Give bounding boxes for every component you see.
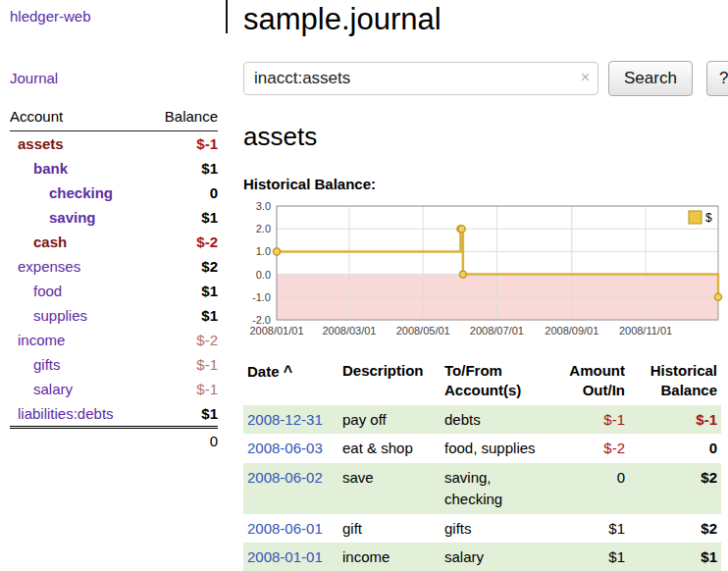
svg-text:-1.0: -1.0 xyxy=(252,291,271,303)
transaction-date-link[interactable]: 2008-06-01 xyxy=(247,520,323,537)
transaction-description: income xyxy=(338,543,441,571)
register-header-date[interactable]: Date ^ xyxy=(243,357,338,405)
transaction-date-link[interactable]: 2008-06-03 xyxy=(247,440,323,456)
register-header-date-label[interactable]: Date xyxy=(247,363,280,380)
transaction-accounts: debts xyxy=(441,405,550,435)
search-bar: × Search ? xyxy=(243,61,728,96)
transaction-description: save xyxy=(338,463,441,514)
transaction-description: eat & shop xyxy=(338,434,441,463)
help-button[interactable]: ? xyxy=(706,61,728,96)
data-point-marker xyxy=(459,271,466,278)
account-link[interactable]: income xyxy=(18,332,65,348)
transaction-accounts: salary xyxy=(441,543,550,571)
account-link[interactable]: cash xyxy=(33,234,67,250)
register-table: Date ^ Description To/From Account(s) Am… xyxy=(243,357,721,571)
data-point-marker xyxy=(458,226,465,233)
transaction-date-cell: 2008-06-02 xyxy=(243,463,338,514)
transaction-row: 2008-06-01giftgifts$1$2 xyxy=(243,514,721,544)
account-name-cell: bank xyxy=(10,156,114,181)
account-balance: $1 xyxy=(114,205,218,230)
transaction-accounts: gifts xyxy=(441,514,550,544)
app-title: hledger-web xyxy=(10,8,228,25)
register-header-balance: Historical Balance xyxy=(629,357,721,405)
account-row: cash$-2 xyxy=(10,230,218,254)
account-link[interactable]: liabilities:debts xyxy=(18,405,114,422)
chart-svg: 3.02.01.00.0-1.0-2.02008/01/012008/03/01… xyxy=(243,198,724,343)
account-name-cell: cash xyxy=(10,230,114,254)
account-row: saving$1 xyxy=(10,205,218,230)
account-name-cell: expenses xyxy=(10,254,114,279)
transaction-row: 2008-06-02savesaving, checking0$2 xyxy=(243,463,721,514)
main-content: sample.journal × Search ? assets Histori… xyxy=(228,0,728,571)
account-link[interactable]: supplies xyxy=(33,307,87,324)
sidebar-item-journal[interactable]: Journal xyxy=(10,70,58,86)
account-balance: $1 xyxy=(114,401,218,428)
account-row: supplies$1 xyxy=(10,303,218,328)
sidebar-divider xyxy=(226,0,228,33)
transaction-description: gift xyxy=(338,514,441,544)
accounts-table: Account Balance assets$-1bank$1checking0… xyxy=(10,108,218,453)
svg-text:2.0: 2.0 xyxy=(256,223,271,234)
register-header-row: Date ^ Description To/From Account(s) Am… xyxy=(243,357,721,405)
svg-text:1.0: 1.0 xyxy=(256,245,271,257)
account-row: income$-2 xyxy=(10,328,218,352)
svg-text:2008/01/01: 2008/01/01 xyxy=(249,325,303,337)
account-row: expenses$2 xyxy=(10,254,218,279)
accounts-header-balance: Balance xyxy=(114,108,218,131)
account-row: checking0 xyxy=(10,181,218,205)
account-heading: assets xyxy=(243,122,728,152)
clear-search-icon[interactable]: × xyxy=(581,69,590,86)
account-link[interactable]: salary xyxy=(33,381,73,397)
transaction-date-cell: 2008-06-01 xyxy=(243,514,338,544)
accounts-total-row: 0 xyxy=(10,428,218,454)
account-link[interactable]: checking xyxy=(49,184,113,201)
account-balance: $2 xyxy=(114,254,218,279)
account-name-cell: checking xyxy=(10,181,114,205)
svg-text:3.0: 3.0 xyxy=(256,200,271,212)
transaction-amount: $1 xyxy=(550,543,629,571)
account-link[interactable]: expenses xyxy=(18,258,80,275)
transaction-date-link[interactable]: 2008-06-02 xyxy=(247,469,323,486)
accounts-header-row: Account Balance xyxy=(10,108,218,131)
transaction-date-link[interactable]: 2008-01-01 xyxy=(247,548,323,565)
account-link[interactable]: bank xyxy=(33,160,68,177)
account-name-cell: liabilities:debts xyxy=(10,401,114,428)
transaction-balance: $2 xyxy=(629,514,721,544)
account-balance: $-1 xyxy=(114,377,218,401)
search-button[interactable]: Search xyxy=(608,61,693,96)
chart-title: Historical Balance: xyxy=(243,176,728,192)
register-header-accounts: To/From Account(s) xyxy=(441,357,550,405)
account-balance: $-2 xyxy=(114,230,218,254)
sidebar: hledger-web Journal Account Balance asse… xyxy=(0,0,228,571)
account-link[interactable]: gifts xyxy=(33,356,61,373)
account-row: food$1 xyxy=(10,279,218,303)
register-header-amount: Amount Out/In xyxy=(550,357,629,405)
account-link[interactable]: saving xyxy=(49,209,96,226)
account-balance: 0 xyxy=(114,181,218,205)
account-link[interactable]: assets xyxy=(18,135,64,152)
transaction-date-link[interactable]: 2008-12-31 xyxy=(247,411,323,428)
data-point-marker xyxy=(274,248,281,255)
transaction-balance: 0 xyxy=(629,434,721,463)
account-name-cell: saving xyxy=(10,205,114,230)
transaction-balance: $1 xyxy=(629,543,721,571)
account-balance: $1 xyxy=(114,156,218,181)
account-balance: $-1 xyxy=(114,131,218,157)
transaction-row: 2008-06-03eat & shopfood, supplies$-20 xyxy=(243,434,721,463)
search-input[interactable] xyxy=(243,62,598,95)
app-title-link[interactable]: hledger-web xyxy=(10,8,91,25)
transaction-balance: $-1 xyxy=(629,405,721,435)
svg-text:0.0: 0.0 xyxy=(256,269,271,281)
accounts-total: 0 xyxy=(10,428,218,454)
accounts-header-account: Account xyxy=(10,108,114,131)
svg-text:2008/03/01: 2008/03/01 xyxy=(322,325,376,337)
transaction-date-cell: 2008-06-03 xyxy=(243,434,338,463)
page-title: sample.journal xyxy=(243,2,728,37)
account-name-cell: salary xyxy=(10,377,114,401)
transaction-amount: 0 xyxy=(550,463,629,514)
account-name-cell: income xyxy=(10,328,114,352)
transaction-accounts: saving, checking xyxy=(441,463,550,514)
transaction-amount: $-1 xyxy=(550,405,629,435)
account-link[interactable]: food xyxy=(33,283,62,299)
account-balance: $-1 xyxy=(114,352,218,377)
